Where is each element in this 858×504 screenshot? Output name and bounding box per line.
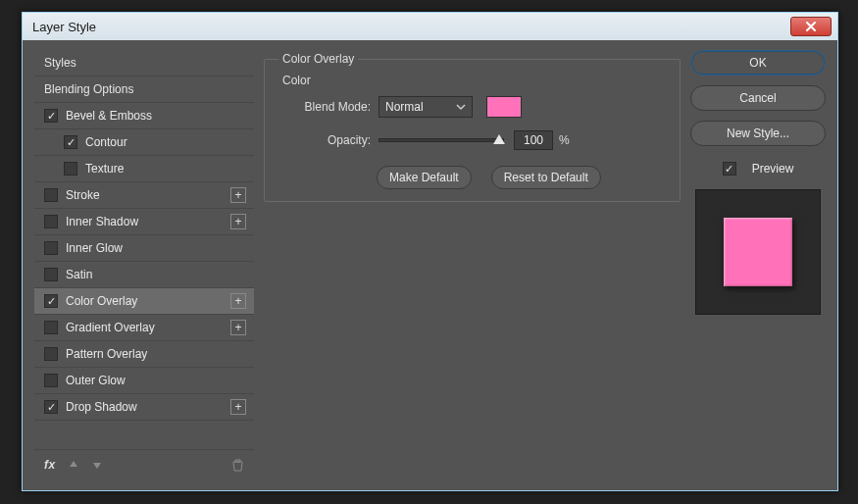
color-overlay-group: Color Overlay Color Blend Mode: Normal O… [264,52,681,202]
add-effect-button[interactable]: + [230,399,246,415]
style-checkbox[interactable] [44,241,58,255]
sidebar-item-label: Color Overlay [66,294,230,308]
new-style-button[interactable]: New Style... [690,121,826,146]
sidebar-item[interactable]: Pattern Overlay [34,341,254,368]
sidebar-item[interactable]: Inner Shadow+ [34,209,254,235]
style-checkbox[interactable] [44,347,58,361]
blend-mode-select[interactable]: Normal [379,96,473,118]
blend-mode-label: Blend Mode: [294,100,371,114]
sidebar-item[interactable]: Color Overlay+ [34,288,254,315]
cancel-button[interactable]: Cancel [690,85,826,111]
opacity-input[interactable] [514,130,553,150]
sidebar-item[interactable]: Bevel & Emboss [34,103,254,129]
right-column: OK Cancel New Style... Preview [690,50,826,479]
make-default-button[interactable]: Make Default [377,166,472,189]
window-title: Layer Style [28,20,96,34]
arrow-down-icon[interactable] [91,459,103,471]
add-effect-button[interactable]: + [230,187,246,203]
opacity-unit: % [559,133,570,147]
close-icon [805,21,817,32]
arrow-up-icon[interactable] [68,459,79,471]
color-swatch[interactable] [486,96,522,118]
sidebar-item[interactable]: Texture [34,156,254,182]
sidebar-blending-options[interactable]: Blending Options [34,76,254,103]
preview-box [695,189,821,315]
slider-track [379,138,504,142]
reset-default-button[interactable]: Reset to Default [491,166,601,189]
preview-label: Preview [752,162,794,176]
sidebar-item[interactable]: Drop Shadow+ [34,394,254,421]
sidebar-header-styles[interactable]: Styles [34,50,254,76]
preview-sample [724,218,792,286]
sidebar-item[interactable]: Outer Glow [34,368,254,394]
blend-mode-value: Normal [385,100,424,114]
sidebar-item-label: Inner Glow [66,241,246,255]
style-checkbox[interactable] [44,294,58,308]
sidebar-item-label: Contour [85,135,246,149]
chevron-down-icon [456,102,466,112]
sidebar-item-label: Bevel & Emboss [66,109,246,123]
sidebar-item-label: Inner Shadow [66,215,230,228]
style-checkbox[interactable] [64,135,77,149]
style-checkbox[interactable] [44,215,58,228]
opacity-label: Opacity: [294,133,371,147]
style-checkbox[interactable] [44,188,58,202]
style-checkbox[interactable] [44,268,58,281]
sidebar-item-label: Satin [66,268,246,281]
slider-thumb[interactable] [493,134,505,144]
sidebar-header-label: Styles [44,56,246,70]
sidebar-item[interactable]: Gradient Overlay+ [34,315,254,341]
style-checkbox[interactable] [44,321,58,334]
opacity-slider[interactable] [379,129,504,151]
sidebar-item-label: Stroke [66,188,230,202]
sidebar-item-label: Outer Glow [66,374,246,387]
sidebar-item[interactable]: Inner Glow [34,235,254,262]
titlebar: Layer Style [23,13,837,40]
preview-checkbox[interactable] [723,162,736,176]
add-effect-button[interactable]: + [230,320,246,335]
style-checkbox[interactable] [64,162,77,176]
settings-panel: Color Overlay Color Blend Mode: Normal O… [264,50,681,479]
style-checkbox[interactable] [44,374,58,387]
sidebar-item-label: Pattern Overlay [66,347,246,361]
add-effect-button[interactable]: + [230,293,246,309]
styles-sidebar: Styles Blending Options Bevel & EmbossCo… [34,50,254,479]
sidebar-item[interactable]: Satin [34,262,254,288]
style-checkbox[interactable] [44,109,58,123]
sidebar-footer: fx [34,449,254,479]
fx-icon[interactable]: fx [44,458,56,472]
sidebar-item[interactable]: Contour [34,129,254,156]
sidebar-blending-label: Blending Options [44,82,246,96]
style-checkbox[interactable] [44,400,58,414]
sidebar-item-label: Drop Shadow [66,400,230,414]
layer-style-dialog: Layer Style Styles Blending Options Beve… [22,12,838,491]
sidebar-item-label: Gradient Overlay [66,321,230,334]
ok-button[interactable]: OK [690,50,826,76]
add-effect-button[interactable]: + [230,214,246,229]
sidebar-item-label: Texture [85,162,246,176]
group-title: Color Overlay [278,52,358,66]
sidebar-item[interactable]: Stroke+ [34,182,254,209]
section-label: Color [282,74,666,87]
close-button[interactable] [790,17,832,36]
trash-icon[interactable] [231,458,244,472]
